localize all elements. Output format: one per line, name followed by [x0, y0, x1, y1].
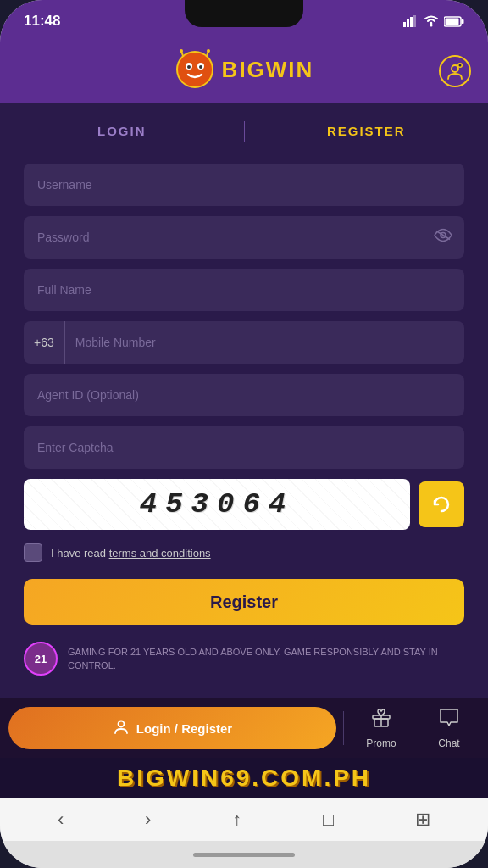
- agentid-input[interactable]: [24, 374, 464, 416]
- svg-point-21: [118, 721, 124, 726]
- status-time: 11:48: [24, 13, 60, 30]
- browser-share-button[interactable]: ↑: [232, 809, 241, 831]
- app-header: BIGWIN: [0, 39, 488, 103]
- captcha-display: 453064: [24, 479, 410, 530]
- home-bar: [193, 853, 295, 857]
- tab-register[interactable]: REGISTER: [245, 117, 489, 145]
- svg-rect-2: [410, 17, 413, 27]
- captcha-input[interactable]: [24, 426, 464, 469]
- captcha-input-wrapper: [24, 426, 464, 469]
- promo-icon: [370, 707, 392, 734]
- browser-tabs-button[interactable]: ⊞: [415, 809, 430, 831]
- age-badge: 21: [24, 642, 58, 676]
- browser-back-button[interactable]: ‹: [58, 809, 64, 831]
- toggle-password-icon[interactable]: [434, 229, 452, 247]
- svg-point-16: [452, 65, 458, 72]
- svg-rect-3: [413, 15, 416, 27]
- svg-point-12: [187, 65, 191, 69]
- age-notice: 21 GAMING FOR 21 YEARS OLD AND ABOVE ONL…: [24, 635, 464, 676]
- logo-icon: [175, 49, 215, 90]
- register-button[interactable]: Register: [24, 579, 464, 625]
- login-register-label: Login / Register: [136, 721, 232, 736]
- terms-row: I have read terms and conditions: [24, 540, 464, 565]
- notch: [185, 0, 303, 27]
- nav-item-promo[interactable]: Promo: [351, 707, 412, 749]
- username-wrapper: [24, 164, 464, 206]
- home-indicator: [0, 841, 488, 868]
- battery-icon: [444, 16, 464, 27]
- terms-link[interactable]: terms and conditions: [109, 547, 211, 559]
- captcha-row: 453064: [24, 479, 464, 530]
- refresh-captcha-button[interactable]: [419, 481, 464, 527]
- website-text: BIGWIN69.COM.PH: [117, 765, 371, 791]
- svg-rect-0: [403, 22, 406, 27]
- terms-text: I have read terms and conditions: [51, 547, 211, 559]
- user-icon: [113, 718, 130, 739]
- fullname-wrapper: [24, 269, 464, 311]
- svg-point-13: [199, 65, 202, 69]
- chat-label: Chat: [438, 737, 459, 749]
- logo-text: BIGWIN: [222, 57, 314, 83]
- tabs-row: LOGIN REGISTER: [0, 103, 488, 155]
- username-input[interactable]: [24, 164, 464, 206]
- fullname-input[interactable]: [24, 269, 464, 311]
- status-icons: [403, 15, 464, 27]
- user-circle-icon: [446, 62, 464, 81]
- terms-checkbox[interactable]: [24, 543, 42, 562]
- tab-login[interactable]: LOGIN: [0, 117, 244, 145]
- browser-forward-button[interactable]: ›: [145, 809, 151, 831]
- nav-divider: [343, 711, 344, 745]
- login-register-button[interactable]: Login / Register: [8, 707, 336, 749]
- svg-rect-6: [462, 19, 464, 24]
- agentid-wrapper: [24, 374, 464, 416]
- promo-label: Promo: [366, 737, 396, 749]
- profile-icon-button[interactable]: [439, 55, 471, 87]
- svg-point-4: [430, 25, 433, 27]
- svg-rect-7: [446, 18, 459, 25]
- age-notice-text: GAMING FOR 21 YEARS OLD AND ABOVE ONLY. …: [68, 645, 464, 673]
- user-nav-icon: [113, 718, 130, 735]
- svg-point-14: [180, 49, 183, 53]
- website-banner: BIGWIN69.COM.PH: [0, 758, 488, 798]
- main-content: LOGIN REGISTER: [0, 103, 488, 698]
- phone-wrapper: +63: [24, 321, 464, 364]
- password-wrapper: [24, 216, 464, 259]
- phone-shell: 11:48: [0, 0, 488, 868]
- wifi-icon: [424, 15, 439, 27]
- password-input[interactable]: [24, 216, 464, 259]
- chat-bubble-icon: [438, 707, 460, 729]
- svg-point-18: [459, 64, 462, 67]
- bottom-nav: Login / Register Promo Chat: [0, 698, 488, 758]
- captcha-value: 453064: [140, 488, 294, 520]
- nav-item-chat[interactable]: Chat: [419, 707, 480, 749]
- mobile-input[interactable]: [65, 321, 464, 364]
- gift-icon: [370, 707, 392, 729]
- svg-rect-1: [407, 19, 409, 27]
- logo-area: BIGWIN: [175, 49, 314, 90]
- svg-point-15: [207, 49, 210, 53]
- browser-chrome: ‹ › ↑ □ ⊞: [0, 798, 488, 841]
- phone-prefix: +63: [24, 321, 65, 364]
- register-form: +63 453064: [0, 155, 488, 676]
- svg-point-9: [178, 53, 212, 86]
- refresh-icon: [431, 494, 452, 515]
- signal-icon: [403, 15, 419, 27]
- chat-icon: [438, 707, 460, 734]
- browser-bookmarks-button[interactable]: □: [323, 809, 334, 831]
